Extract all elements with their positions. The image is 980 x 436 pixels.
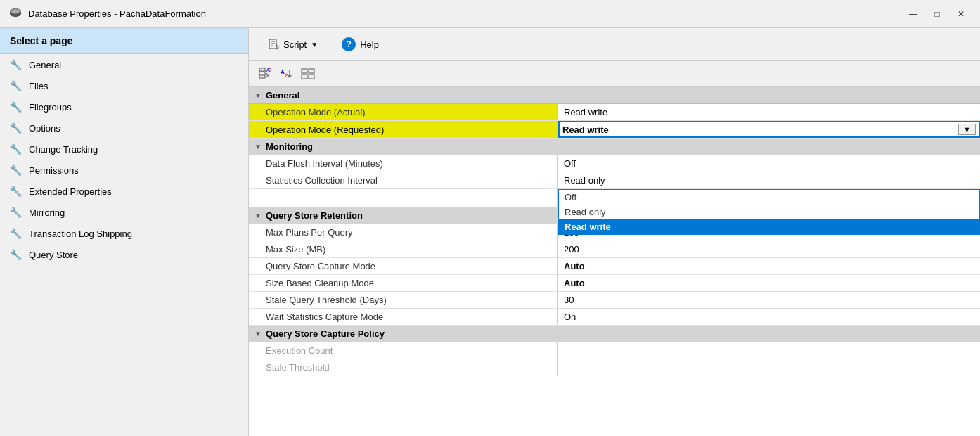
collapse-query-store-retention[interactable]: ▼ (254, 212, 262, 219)
title-bar-controls: — □ ✕ (903, 6, 972, 23)
svg-rect-14 (302, 69, 307, 73)
sidebar-label-files: Files (29, 81, 48, 91)
prop-name-stale-threshold: Stale Query Threshold (Days) (249, 292, 558, 308)
prop-name-read-write (249, 189, 558, 207)
dropdown-operation-mode[interactable]: Read write ▼ (558, 121, 980, 138)
sort-category-button[interactable]: A Z (256, 65, 276, 82)
wrench-icon-change-tracking: 🔧 (10, 143, 22, 155)
collapse-capture-policy[interactable]: ▼ (254, 330, 262, 338)
help-button[interactable]: ? Help (334, 34, 387, 55)
prop-name-operation-mode-actual: Operation Mode (Actual) (249, 104, 558, 120)
script-button[interactable]: Script ▼ (260, 35, 325, 53)
wrench-icon-general: 🔧 (10, 59, 22, 70)
prop-name-max-plans: Max Plans Per Query (249, 224, 558, 241)
row-max-size-mb: Max Size (MB) 200 (249, 241, 980, 258)
svg-rect-16 (309, 69, 314, 73)
svg-text:Z: Z (285, 72, 288, 79)
alphabetical-icon: A Z (280, 68, 294, 80)
sidebar-item-permissions[interactable]: 🔧 Permissions (0, 160, 248, 181)
properties-button[interactable] (298, 65, 318, 82)
svg-rect-9 (259, 75, 265, 78)
close-button[interactable]: ✕ (950, 6, 972, 23)
section-label-query-store-retention: Query Store Retention (266, 210, 363, 221)
dropdown-option-readonly[interactable]: Read only (559, 205, 979, 219)
row-wait-statistics-capture: Wait Statistics Capture Mode On (249, 309, 980, 326)
prop-name-wait-stats: Wait Statistics Capture Mode (249, 309, 558, 325)
prop-value-max-size: 200 (558, 241, 980, 257)
row-read-write-selected: Off Read only Read write (249, 189, 980, 207)
prop-value-wait-stats: On (558, 309, 980, 325)
wrench-icon-options: 🔧 (10, 122, 22, 134)
sidebar-label-filegroups: Filegroups (29, 102, 72, 113)
grid-toolbar: A Z A Z (249, 61, 980, 87)
dropdown-arrow-btn[interactable]: ▼ (958, 124, 976, 135)
sidebar-item-files[interactable]: 🔧 Files (0, 75, 248, 96)
section-header-general: ▼ General (249, 87, 980, 104)
prop-value-stale-threshold-policy (558, 359, 980, 376)
sidebar-label-mirroring: Mirroring (29, 207, 65, 218)
row-operation-mode-requested[interactable]: Operation Mode (Requested) Read write ▼ (249, 121, 980, 139)
maximize-button[interactable]: □ (927, 6, 948, 23)
sidebar-item-general[interactable]: 🔧 General (0, 54, 248, 75)
svg-rect-7 (259, 68, 265, 71)
prop-value-size-cleanup: Auto (558, 275, 980, 291)
prop-name-stale-threshold-policy: Stale Threshold (249, 359, 558, 376)
sidebar-label-options: Options (29, 123, 60, 134)
help-icon: ? (342, 37, 356, 51)
sidebar-item-filegroups[interactable]: 🔧 Filegroups (0, 96, 248, 117)
wrench-icon-filegroups: 🔧 (10, 101, 22, 113)
wrench-icon-transaction-log: 🔧 (10, 228, 22, 239)
collapse-general[interactable]: ▼ (254, 91, 262, 99)
row-stale-threshold: Stale Threshold (249, 359, 980, 376)
row-execution-count: Execution Count (249, 342, 980, 359)
main-container: Select a page 🔧 General 🔧 Files 🔧 Filegr… (0, 28, 980, 436)
svg-rect-15 (302, 75, 307, 79)
svg-rect-8 (259, 72, 265, 75)
prop-name-max-size: Max Size (MB) (249, 241, 558, 257)
prop-name-capture-mode: Query Store Capture Mode (249, 258, 558, 274)
section-label-capture-policy: Query Store Capture Policy (266, 328, 385, 339)
sidebar-item-transaction-log-shipping[interactable]: 🔧 Transaction Log Shipping (0, 223, 248, 244)
section-label-general: General (266, 90, 299, 101)
sidebar-item-query-store[interactable]: 🔧 Query Store (0, 244, 248, 265)
sidebar-label-extended-properties: Extended Properties (29, 186, 112, 197)
wrench-icon-query-store: 🔧 (10, 249, 22, 260)
wrench-icon-files: 🔧 (10, 80, 22, 91)
dropdown-open-container: Off Read only Read write (558, 189, 980, 235)
sidebar-item-options[interactable]: 🔧 Options (0, 117, 248, 139)
toolbar: Script ▼ ? Help (249, 28, 980, 61)
prop-value-operation-mode-actual: Read write (558, 104, 980, 120)
dropdown-option-off[interactable]: Off (559, 190, 979, 205)
prop-name-execution-count: Execution Count (249, 342, 558, 359)
help-label: Help (360, 39, 379, 50)
prop-name-size-cleanup: Size Based Cleanup Mode (249, 275, 558, 291)
sidebar-label-permissions: Permissions (29, 165, 79, 176)
content-area: Script ▼ ? Help A Z (249, 28, 980, 436)
wrench-icon-extended-properties: 🔧 (10, 186, 22, 197)
svg-rect-17 (309, 75, 314, 79)
row-operation-mode-actual: Operation Mode (Actual) Read write (249, 104, 980, 121)
row-data-flush-interval: Data Flush Interval (Minutes) Off (249, 155, 980, 172)
collapse-monitoring[interactable]: ▼ (254, 143, 262, 150)
sidebar-item-mirroring[interactable]: 🔧 Mirroring (0, 202, 248, 223)
wrench-icon-permissions: 🔧 (10, 165, 22, 176)
script-label: Script (283, 39, 307, 50)
row-statistics-collection-interval: Statistics Collection Interval Read only (249, 172, 980, 189)
prop-name-operation-mode-requested: Operation Mode (Requested) (249, 121, 558, 138)
row-stale-query-threshold: Stale Query Threshold (Days) 30 (249, 292, 980, 309)
prop-name-statistics-collection-interval: Statistics Collection Interval (249, 172, 558, 188)
alphabetical-button[interactable]: A Z (277, 65, 297, 82)
property-grid: ▼ General Operation Mode (Actual) Read w… (249, 87, 980, 436)
prop-value-statistics-collection-interval: Read only (558, 172, 980, 188)
sidebar-item-extended-properties[interactable]: 🔧 Extended Properties (0, 181, 248, 202)
dropdown-open-list: Off Read only Read write (558, 189, 980, 235)
app-icon (8, 7, 22, 21)
prop-value-data-flush-interval: Off (558, 155, 980, 172)
sidebar-label-query-store: Query Store (29, 250, 78, 260)
sidebar-item-change-tracking[interactable]: 🔧 Change Tracking (0, 139, 248, 160)
minimize-button[interactable]: — (903, 6, 924, 23)
dropdown-option-readwrite[interactable]: Read write (559, 219, 979, 234)
properties-icon (301, 68, 315, 80)
script-icon (268, 39, 279, 50)
title-bar-left: Database Properties - PachaDataFormation (8, 7, 206, 21)
